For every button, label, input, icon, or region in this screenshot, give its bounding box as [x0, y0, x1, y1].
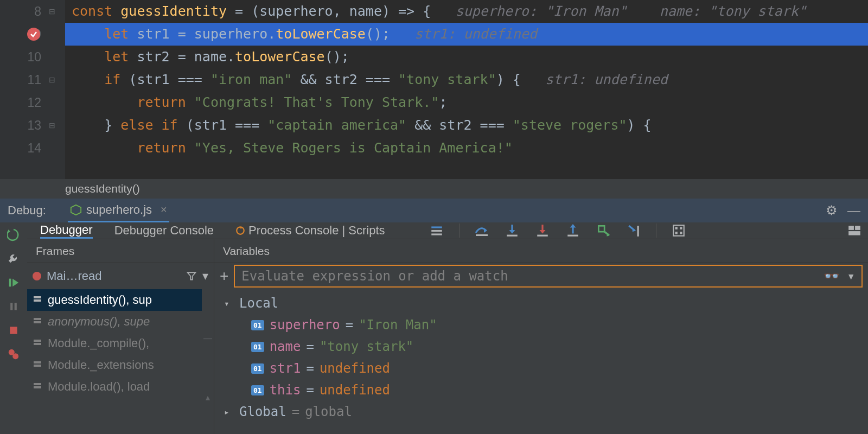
code-line[interactable]: return "Yes, Steve Rogers is Captain Ame… [65, 137, 868, 159]
svg-marker-0 [71, 205, 81, 214]
svg-rect-26 [34, 299, 41, 302]
tab-debugger[interactable]: Debugger [40, 222, 93, 239]
add-watch-icon[interactable]: + [220, 267, 228, 285]
scope-local[interactable]: ▾Local [224, 292, 868, 314]
code-line[interactable]: const guessIdentity = (superhero, name) … [65, 0, 868, 23]
gutter: 8⊟ 9 10 11⊟ 12 13⊟ 14 [0, 0, 65, 179]
gear-icon[interactable]: ⚙ [826, 203, 838, 218]
svg-rect-14 [567, 235, 578, 237]
chevron-right-icon[interactable]: ▸ [224, 407, 234, 417]
code-area[interactable]: const guessIdentity = (superhero, name) … [65, 0, 868, 179]
chevron-down-icon[interactable]: ▾ [224, 298, 234, 309]
code-line[interactable]: if (str1 === "iron man" && str2 === "ton… [65, 68, 868, 91]
drop-frame-icon[interactable] [595, 222, 611, 239]
session-name: superhero.js [86, 203, 152, 217]
code-line[interactable]: return "Congrats! That's Tony Stark."; [65, 91, 868, 114]
variable-row[interactable]: 01name = "tony stark" [224, 336, 868, 358]
rerun-icon[interactable] [7, 228, 21, 242]
frame-item[interactable]: Module._extensions [27, 354, 202, 376]
svg-rect-21 [680, 232, 682, 234]
frame-item[interactable]: Module._compile(), [27, 333, 202, 354]
variable-row[interactable]: 01this = undefined [224, 379, 868, 401]
scope-global[interactable]: ▸Global = global [224, 401, 868, 423]
show-execution-point-icon[interactable] [429, 222, 445, 239]
force-step-into-icon[interactable] [534, 222, 551, 239]
gutter-row: 9 [0, 23, 65, 46]
thread-status-icon [33, 272, 41, 280]
frame-scroll[interactable]: — ▴ [202, 289, 214, 434]
stackframe-icon [33, 360, 43, 371]
filter-icon[interactable] [186, 271, 197, 282]
fold-icon[interactable]: ⊟ [49, 7, 59, 16]
debug-side-toolbar [0, 222, 27, 434]
svg-rect-17 [673, 225, 684, 236]
tab-process-console[interactable]: Process Console | Scripts [235, 222, 385, 239]
svg-rect-22 [848, 226, 854, 230]
reload-icon [235, 226, 245, 235]
frame-item[interactable]: Module.load(), load [27, 376, 202, 398]
gutter-row: 10 [0, 46, 65, 68]
svg-rect-3 [15, 303, 17, 310]
layout-settings-icon[interactable] [846, 222, 863, 239]
step-out-icon[interactable] [565, 222, 581, 239]
svg-point-6 [12, 353, 18, 359]
minimize-icon[interactable]: — [847, 203, 860, 218]
pause-icon[interactable] [7, 299, 21, 314]
gutter-row: 11⊟ [0, 68, 65, 91]
svg-rect-11 [476, 234, 488, 236]
evaluate-expression-input[interactable]: Evaluate expression or add a watch 👓 ▾ [234, 265, 863, 288]
stop-icon[interactable] [7, 323, 21, 337]
code-editor[interactable]: 8⊟ 9 10 11⊟ 12 13⊟ 14 const guessIdentit… [0, 0, 868, 179]
close-icon[interactable]: × [161, 203, 167, 216]
svg-rect-24 [848, 231, 860, 235]
breadcrumb[interactable]: guessIdentity() [0, 179, 868, 199]
breakpoint-icon[interactable] [27, 28, 40, 41]
line-number: 10 [22, 50, 41, 65]
debug-title: Debug: [8, 203, 46, 218]
line-number: 14 [22, 141, 41, 156]
line-number: 8 [22, 4, 41, 19]
frame-list[interactable]: guessIdentity(), sup anonymous(), supe M… [27, 289, 202, 434]
resume-icon[interactable] [7, 276, 21, 290]
svg-rect-8 [431, 226, 442, 228]
type-badge-icon: 01 [251, 385, 264, 395]
glasses-icon[interactable]: 👓 [824, 269, 840, 284]
scroll-up-icon[interactable]: ▴ [206, 392, 210, 403]
tab-debugger-console[interactable]: Debugger Console [114, 222, 214, 239]
code-line-current[interactable]: let str1 = superhero.toLowerCase(); str1… [65, 23, 868, 46]
wrench-icon[interactable] [7, 252, 21, 266]
code-line[interactable]: } else if (str1 === "captain america" &&… [65, 114, 868, 137]
gutter-row: 14 [0, 137, 65, 159]
frame-item[interactable]: anonymous(), supe [27, 311, 202, 333]
frame-item[interactable]: guessIdentity(), sup [27, 289, 202, 311]
svg-rect-10 [431, 233, 442, 235]
step-over-icon[interactable] [474, 222, 490, 239]
code-line[interactable]: let str2 = name.toLowerCase(); [65, 46, 868, 68]
svg-rect-19 [680, 227, 682, 229]
type-badge-icon: 01 [251, 320, 264, 330]
svg-rect-29 [34, 340, 41, 342]
debug-session-tab[interactable]: superhero.js × [68, 199, 169, 222]
chevron-down-icon[interactable]: ▾ [847, 269, 855, 284]
fold-icon[interactable]: ⊟ [49, 121, 59, 130]
type-badge-icon: 01 [251, 342, 264, 352]
fold-icon[interactable]: ⊟ [49, 75, 59, 84]
evaluate-expression-icon[interactable] [671, 222, 687, 239]
line-number: 13 [22, 118, 41, 133]
svg-rect-23 [855, 226, 860, 230]
step-into-icon[interactable] [504, 222, 520, 239]
svg-rect-4 [10, 327, 17, 334]
svg-rect-13 [537, 235, 548, 237]
svg-rect-18 [675, 227, 677, 229]
variable-row[interactable]: 01str1 = undefined [224, 358, 868, 379]
svg-rect-1 [9, 279, 11, 287]
run-to-cursor-icon[interactable] [626, 222, 642, 239]
chevron-down-icon[interactable]: ▾ [202, 269, 208, 283]
view-breakpoints-icon[interactable] [7, 347, 21, 361]
variables-tree[interactable]: ▾Local 01superhero = "Iron Man" 01name =… [214, 289, 868, 434]
variable-row[interactable]: 01superhero = "Iron Man" [224, 314, 868, 336]
scroll-minus-icon[interactable]: — [203, 334, 212, 343]
debug-toolwindow-header: Debug: superhero.js × ⚙ — [0, 199, 868, 222]
stackframe-icon [33, 295, 43, 305]
thread-selector[interactable]: Mai…read ▾ [27, 263, 214, 289]
